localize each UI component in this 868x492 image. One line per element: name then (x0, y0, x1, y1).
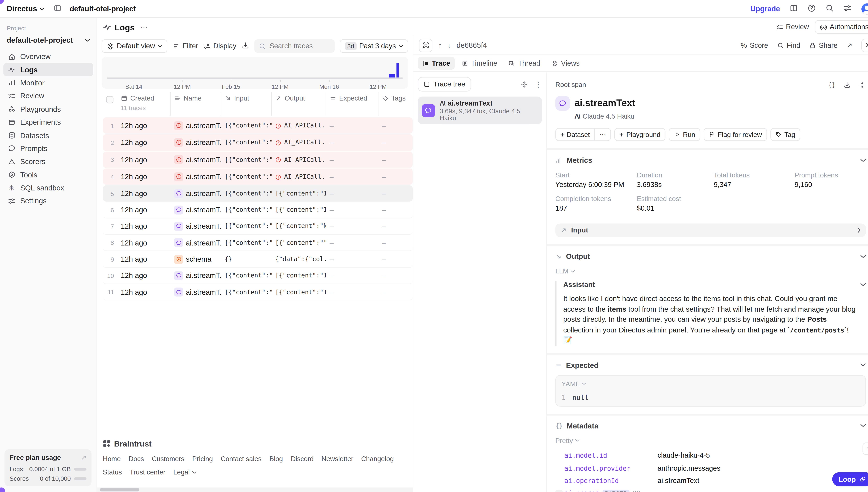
flag-for-review-button[interactable]: Flag for review (703, 128, 767, 141)
metadata-format-select[interactable]: Pretty (555, 437, 866, 445)
download-icon[interactable] (844, 81, 851, 89)
table-row[interactable]: 6 12h ago ai.streamT... [{"content":" ..… (103, 202, 413, 218)
display-button[interactable]: Display (203, 42, 237, 50)
scrollbar-thumb[interactable] (100, 488, 139, 491)
automations-button[interactable]: Automations (815, 20, 868, 34)
footer-link[interactable]: Docs (129, 455, 144, 463)
tag-button[interactable]: Tag (770, 128, 800, 141)
sidebar-toggle-icon[interactable] (53, 4, 62, 14)
tab-views[interactable]: Views (547, 57, 584, 70)
output-section-header[interactable]: Output (555, 252, 866, 261)
table-row[interactable]: 8 12h ago ai.streamT... [{"content":" ..… (103, 235, 413, 251)
footer-link[interactable]: Changelog (361, 455, 394, 463)
project-select[interactable]: default-otel-project (0, 33, 97, 50)
sidebar-item-overview[interactable]: Overview (3, 50, 93, 63)
add-to-dataset-button[interactable]: +Dataset (556, 129, 594, 141)
prev-trace-button[interactable]: ↑ (438, 41, 442, 49)
find-button[interactable]: Find (777, 41, 800, 49)
column-header-input[interactable]: Input (221, 92, 272, 116)
table-row[interactable]: 11 12h ago ai.streamT... [{"content":" .… (103, 284, 413, 301)
search-traces-box[interactable] (254, 39, 335, 53)
close-panel-button[interactable]: ✕ (861, 39, 868, 52)
table-row[interactable]: 10 12h ago ai.streamT... [{"content":" .… (103, 268, 413, 284)
footer-link[interactable]: Customers (152, 455, 184, 463)
sidebar-item-prompts[interactable]: Prompts (3, 142, 93, 155)
sidebar-item-logs[interactable]: Logs (3, 63, 93, 76)
column-header-tags[interactable]: Tags (378, 92, 410, 116)
export-download-icon[interactable] (242, 41, 249, 51)
tab-trace[interactable]: Trace (418, 57, 455, 70)
footer-link[interactable]: Status (103, 468, 122, 476)
view-selector-button[interactable]: Default view (102, 39, 167, 53)
metrics-section-header[interactable]: Metrics (555, 156, 866, 165)
score-button[interactable]: %Score (741, 41, 768, 49)
tab-timeline[interactable]: Timeline (457, 57, 502, 70)
assistant-header[interactable]: Assistant (563, 281, 866, 289)
trace-tree-toggle-button[interactable]: Trace tree (418, 77, 471, 92)
chat-widget-button[interactable] (0, 488, 5, 492)
org-switcher[interactable]: Directus (7, 4, 45, 13)
footer-link[interactable]: Blog (269, 455, 283, 463)
select-all-checkbox[interactable] (106, 96, 114, 103)
expander-collapsed-icon[interactable]: › (555, 490, 563, 492)
table-row-selected[interactable]: 5 12h ago ai.streamT... [{"content":" ..… (103, 186, 413, 202)
filter-button[interactable]: Filter (172, 42, 198, 50)
free-plan-usage-card[interactable]: Free plan usage ↗ Logs 0.0004 of 1 GB Sc… (4, 449, 92, 486)
footer-link[interactable]: Contact sales (221, 455, 262, 463)
tab-thread[interactable]: Thread (504, 57, 545, 70)
metadata-section-header[interactable]: {} Metadata (555, 422, 866, 430)
help-icon[interactable] (808, 4, 816, 14)
footer-link[interactable]: Discord (291, 455, 314, 463)
preferences-icon[interactable] (844, 4, 852, 14)
table-row[interactable]: 9 12h ago schema {} {"data":{"col... – – (103, 251, 413, 268)
run-button[interactable]: Run (669, 128, 700, 141)
search-traces-input[interactable] (269, 42, 330, 50)
table-row[interactable]: 2 12h ago ai.streamT... [{"content":" ..… (103, 134, 413, 151)
expected-code-editor[interactable]: YAML 1 null (555, 375, 866, 407)
share-button[interactable]: Share (809, 41, 838, 49)
trace-tree-item-selected[interactable]: A\ai.streamText 3.69s, 9,347 tok, Claude… (418, 97, 542, 124)
output-format-select[interactable]: LLM (555, 267, 866, 275)
expected-format-select[interactable]: YAML (562, 380, 860, 388)
docs-book-icon[interactable] (790, 4, 798, 14)
sidebar-item-datasets[interactable]: Datasets (3, 129, 93, 142)
input-section-collapsed[interactable]: Input (555, 223, 866, 237)
footer-link[interactable]: Newsletter (322, 455, 353, 463)
sidebar-item-tools[interactable]: Tools (3, 168, 93, 181)
table-row[interactable]: 4 12h ago ai.streamT... [{"content":" ..… (103, 168, 413, 185)
expand-panel-button[interactable] (419, 39, 432, 52)
sidebar-item-scorers[interactable]: Scorers (3, 155, 93, 168)
json-braces-icon[interactable]: {} (828, 81, 836, 89)
dataset-more-button[interactable]: ⋯ (594, 129, 611, 141)
footer-link-legal[interactable]: Legal (173, 468, 197, 476)
loop-button[interactable]: Loop (833, 472, 868, 486)
outline-toggle-button[interactable]: ≡ (863, 443, 868, 455)
column-header-created[interactable]: Created 11 traces (117, 92, 171, 116)
table-row[interactable]: 7 12h ago ai.streamT... [{"content":" ..… (103, 218, 413, 235)
table-row[interactable]: 3 12h ago ai.streamT... [{"content":" ..… (103, 151, 413, 168)
open-external-icon[interactable]: ↗ (846, 41, 852, 49)
braintrust-brand[interactable]: Braintrust (103, 439, 407, 448)
sidebar-item-playgrounds[interactable]: Playgrounds (3, 103, 93, 116)
review-button[interactable]: Review (776, 23, 809, 31)
footer-link[interactable]: Home (103, 455, 121, 463)
time-range-button[interactable]: 3d Past 3 days (340, 39, 408, 53)
collapse-all-icon[interactable] (521, 80, 528, 88)
expected-section-header[interactable]: Expected (555, 361, 866, 370)
footer-link[interactable]: Pricing (192, 455, 213, 463)
search-icon[interactable] (825, 4, 834, 14)
horizontal-scrollbar[interactable] (97, 488, 413, 492)
sidebar-item-experiments[interactable]: Experiments (3, 116, 93, 129)
upgrade-link[interactable]: Upgrade (750, 4, 780, 13)
sidebar-item-monitor[interactable]: Monitor (3, 76, 93, 90)
column-header-name[interactable]: Name (171, 92, 221, 116)
user-avatar[interactable] (861, 3, 868, 15)
collapse-sections-icon[interactable] (859, 81, 866, 89)
sidebar-item-sql-sandbox[interactable]: ✳ SQL sandbox (3, 181, 93, 195)
column-header-expected[interactable]: Expected (326, 92, 378, 116)
table-row[interactable]: 1 12h ago ai.streamT... [{"content":" ..… (103, 117, 413, 134)
add-to-playground-button[interactable]: +Playground (615, 128, 665, 141)
kebab-menu-icon[interactable]: ⋮ (535, 80, 542, 89)
page-menu-button[interactable]: ⋯ (140, 23, 148, 31)
footer-link[interactable]: Trust center (130, 468, 166, 476)
